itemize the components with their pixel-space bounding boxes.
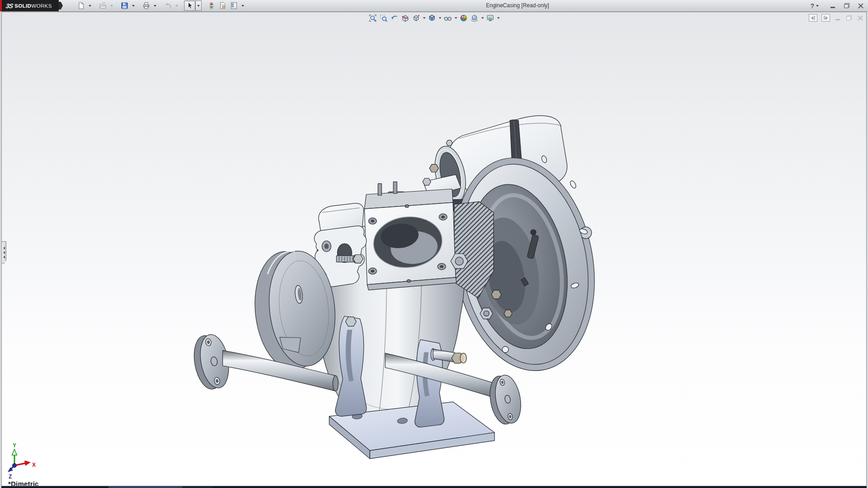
window-controls: ? <box>810 0 864 11</box>
options-dropdown[interactable] <box>240 0 246 11</box>
view-triad: Y X Z <box>8 442 36 480</box>
brand-wordmark: SOLIDWORKS <box>14 3 52 9</box>
model-threaded-stud[interactable] <box>336 254 363 263</box>
triad-z-label: Z <box>9 474 12 480</box>
print-icon <box>142 2 150 9</box>
status-strip <box>1 486 867 488</box>
expand-pane-button[interactable] <box>821 14 830 22</box>
collapse-arrow-icon <box>3 251 5 254</box>
rebuild-button[interactable] <box>206 0 217 11</box>
file-properties-button[interactable] <box>217 0 228 11</box>
window-title: EngineCasing [Read-only] <box>486 0 549 11</box>
minimize-button[interactable] <box>829 2 836 9</box>
apply-scene-dropdown[interactable] <box>480 13 485 23</box>
doc-close-icon <box>858 15 863 21</box>
new-document-dropdown[interactable] <box>87 0 93 11</box>
model-carb-flange[interactable] <box>364 182 457 290</box>
select-button[interactable] <box>184 0 195 11</box>
section-view-button[interactable] <box>400 13 411 23</box>
menu-expand-arrow[interactable] <box>59 2 63 9</box>
zoom-to-area-icon <box>380 14 388 22</box>
doc-restore-button[interactable] <box>845 14 853 22</box>
pane-left-icon <box>811 16 813 20</box>
doc-restore-icon <box>846 15 852 20</box>
triad-x-label: X <box>32 462 36 468</box>
title-bar: 3S SOLIDWORKS <box>0 0 868 12</box>
close-icon <box>858 3 863 9</box>
edit-appearance-icon <box>460 14 468 22</box>
brand-red-stripe <box>0 0 2 11</box>
help-dropdown[interactable] <box>814 0 821 11</box>
zoom-to-area-button[interactable] <box>378 13 389 23</box>
undo-icon <box>164 2 172 9</box>
apply-scene-button[interactable] <box>469 13 480 23</box>
open-dropdown[interactable] <box>108 0 115 11</box>
view-settings-dropdown[interactable] <box>496 13 501 23</box>
main-toolbar <box>75 0 246 11</box>
open-button[interactable] <box>97 0 108 11</box>
view-orientation-button[interactable] <box>411 13 422 23</box>
collapse-arrow-icon <box>3 256 5 258</box>
rebuild-traffic-light-icon <box>208 2 215 9</box>
feature-manager-collapsed-tab[interactable] <box>2 241 6 263</box>
help-icon[interactable]: ? <box>810 3 814 9</box>
doc-minimize-icon <box>835 19 840 20</box>
solidworks-logo: 3S SOLIDWORKS <box>0 0 59 11</box>
triad-y-label: Y <box>13 442 16 449</box>
triad-y-arrowhead <box>12 449 17 455</box>
view-settings-icon <box>486 14 495 22</box>
document-window-controls <box>809 14 864 22</box>
triad-origin <box>12 464 16 468</box>
previous-view-icon <box>391 14 399 22</box>
headsup-view-toolbar <box>368 13 501 23</box>
print-dropdown[interactable] <box>152 0 158 11</box>
doc-minimize-button[interactable] <box>834 14 841 22</box>
save-dropdown[interactable] <box>130 0 137 11</box>
new-document-icon <box>77 2 85 9</box>
zoom-to-fit-icon <box>369 14 377 22</box>
previous-view-button[interactable] <box>389 13 400 23</box>
display-style-dropdown[interactable] <box>438 13 443 23</box>
model-engine-casing[interactable] <box>190 116 611 459</box>
select-cursor-icon <box>186 2 193 9</box>
open-folder-icon <box>99 2 107 9</box>
pane-right-icon <box>826 16 828 20</box>
close-button[interactable] <box>857 2 864 9</box>
options-button[interactable] <box>228 0 240 11</box>
zoom-to-fit-button[interactable] <box>368 13 378 23</box>
display-style-button[interactable] <box>427 13 438 23</box>
print-button[interactable] <box>141 0 152 11</box>
hide-show-items-icon <box>444 14 452 22</box>
save-icon <box>121 2 128 9</box>
display-style-icon <box>428 14 436 22</box>
options-icon <box>230 2 238 9</box>
doc-close-button[interactable] <box>857 14 864 22</box>
view-orientation-icon <box>412 14 420 22</box>
view-settings-button[interactable] <box>485 13 496 23</box>
apply-scene-icon <box>471 14 479 22</box>
view-orientation-label: *Dimetric <box>8 480 39 486</box>
restore-icon <box>844 3 849 8</box>
minimize-icon <box>830 7 835 8</box>
hide-show-items-dropdown[interactable] <box>453 13 458 23</box>
save-button[interactable] <box>119 0 130 11</box>
section-view-icon <box>401 14 410 22</box>
model-bolt-tan[interactable] <box>429 164 439 172</box>
model-bolt-hex[interactable] <box>491 290 501 299</box>
undo-button[interactable] <box>162 0 174 11</box>
edit-appearance-button[interactable] <box>458 13 469 23</box>
undo-dropdown[interactable] <box>174 0 180 11</box>
triad-x-arrowhead <box>24 460 31 466</box>
collapse-pane-button[interactable] <box>809 14 817 22</box>
model-canvas[interactable]: Y X Z <box>2 12 866 486</box>
collapse-arrow-icon <box>3 247 5 249</box>
file-properties-icon <box>219 2 226 9</box>
view-orientation-dropdown[interactable] <box>422 13 427 23</box>
brand-3s-glyph: 3S <box>5 2 14 9</box>
select-dropdown[interactable] <box>195 0 202 11</box>
restore-button[interactable] <box>843 2 850 9</box>
new-document-button[interactable] <box>75 0 87 11</box>
hide-show-items-button[interactable] <box>443 13 453 23</box>
graphics-area[interactable]: Y X Z <box>1 12 867 486</box>
